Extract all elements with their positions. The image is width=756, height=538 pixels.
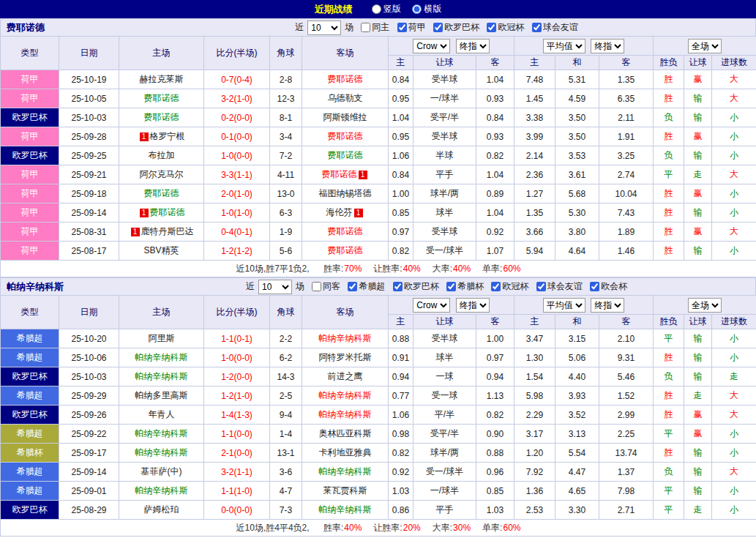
league-filter[interactable]: 欧罗巴杯 xyxy=(393,280,439,293)
away-team-name[interactable]: 帕纳辛纳科斯 xyxy=(319,409,372,419)
away-team-name[interactable]: 福图纳锡塔德 xyxy=(319,188,372,198)
scope-header: 全场 xyxy=(654,296,756,315)
away-team-name[interactable]: 费耶诺德 xyxy=(328,226,363,236)
league-filter[interactable]: 球会友谊 xyxy=(536,280,583,293)
home-team-name[interactable]: 年青人 xyxy=(149,409,175,419)
away-team-name[interactable]: 费耶诺德 xyxy=(328,150,363,160)
avg-away-cell: 5.46 xyxy=(599,367,654,386)
match-count-select[interactable]: 10 xyxy=(258,280,292,294)
home-team-name[interactable]: 帕纳多里高斯 xyxy=(135,390,188,400)
filter-bar: 近 10 场 同客 希腊超 欧罗巴 xyxy=(118,280,755,294)
away-team-name[interactable]: 乌德勒支 xyxy=(328,93,363,103)
odds-away-cell: 1.04 xyxy=(476,203,514,223)
league-filter[interactable]: 同主 xyxy=(361,21,389,34)
away-team-name[interactable]: 帕纳辛纳科斯 xyxy=(319,390,372,400)
league-filter[interactable]: 欧冠杯 xyxy=(491,280,528,293)
home-team-cell: 年青人 xyxy=(119,406,204,425)
average-select[interactable]: 平均值 xyxy=(543,298,585,313)
home-team-name[interactable]: 费耶诺德 xyxy=(144,93,179,103)
league-filter[interactable]: 希腊杯 xyxy=(446,280,484,293)
view-mode-option[interactable]: 横版 xyxy=(412,3,441,15)
view-mode-radio[interactable] xyxy=(412,4,422,14)
bookmaker-select[interactable]: Crow xyxy=(413,298,450,313)
league-filter[interactable]: 欧会杯 xyxy=(590,280,627,293)
bookmaker-metric-select[interactable]: 终指 xyxy=(456,39,490,53)
result-handicap-cell: 输 xyxy=(684,482,712,501)
league-filter-checkbox[interactable] xyxy=(590,282,599,291)
league-filter-checkbox[interactable] xyxy=(433,23,443,32)
home-team-name[interactable]: 阿里斯 xyxy=(149,333,175,343)
home-team-name[interactable]: 帕纳辛纳科斯 xyxy=(135,485,188,496)
away-team-name[interactable]: 帕纳辛纳科斯 xyxy=(319,504,372,515)
average-metric-select[interactable]: 终指 xyxy=(591,39,624,53)
league-filter[interactable]: 同客 xyxy=(312,280,340,293)
away-team-name[interactable]: 奥林匹亚科斯 xyxy=(319,428,372,438)
league-filter-checkbox[interactable] xyxy=(361,23,370,32)
home-team-name[interactable]: 阿尔克马尔 xyxy=(140,169,184,179)
home-team-name[interactable]: SBV精英 xyxy=(143,245,179,255)
league-filter-checkbox[interactable] xyxy=(312,282,321,291)
league-filter[interactable]: 希腊超 xyxy=(348,280,385,293)
away-team-name[interactable]: 费耶诺德 xyxy=(328,74,363,84)
view-mode-radio[interactable] xyxy=(372,4,381,14)
home-team-name[interactable]: 布拉加 xyxy=(149,150,175,160)
league-filter-checkbox[interactable] xyxy=(491,282,501,291)
odds-home-cell: 0.84 xyxy=(389,165,413,184)
summary-stat-value: 20% xyxy=(403,523,421,533)
home-team-name[interactable]: 帕纳辛纳科斯 xyxy=(135,352,188,362)
home-team-cell: 费耶诺德 xyxy=(119,184,204,203)
league-filter-label: 欧冠杯 xyxy=(502,280,528,293)
view-mode-option[interactable]: 竖版 xyxy=(372,3,401,15)
league-filter[interactable]: 欧冠杯 xyxy=(487,21,524,34)
away-team-name[interactable]: 阿斯顿维拉 xyxy=(323,112,367,122)
home-team-cell: 帕纳辛纳科斯 xyxy=(119,367,204,386)
league-filter-checkbox[interactable] xyxy=(348,282,357,291)
home-team-cell: 帕纳多里高斯 xyxy=(119,386,204,406)
away-team-name[interactable]: 卡利地亚雅典 xyxy=(319,447,372,457)
away-team-name[interactable]: 帕纳辛纳科斯 xyxy=(319,333,372,343)
date-cell: 25-09-14 xyxy=(59,203,119,223)
odds-away-cell: 1.03 xyxy=(476,501,514,520)
away-team-name[interactable]: 莱瓦贾科斯 xyxy=(323,485,367,496)
league-filter-checkbox[interactable] xyxy=(397,23,407,32)
bookmaker-select[interactable]: Crow xyxy=(413,39,450,53)
home-team-name[interactable]: 帕纳辛纳科斯 xyxy=(135,371,188,381)
league-filter-checkbox[interactable] xyxy=(446,282,456,291)
average-metric-select[interactable]: 终指 xyxy=(591,298,624,313)
away-team-name[interactable]: 费耶诺德 xyxy=(328,245,363,255)
scope-select[interactable]: 全场 xyxy=(688,39,722,53)
odds-away-cell: 0.94 xyxy=(476,367,514,386)
home-team-name[interactable]: 基菲萨(中) xyxy=(141,466,182,477)
league-filter[interactable]: 欧罗巴杯 xyxy=(433,21,479,34)
away-team-name[interactable]: 阿特罗米托斯 xyxy=(319,352,372,362)
home-team-name[interactable]: 格罗宁根 xyxy=(150,131,185,141)
home-team-name[interactable]: 帕纳辛纳科斯 xyxy=(135,447,188,457)
league-filter-checkbox[interactable] xyxy=(532,23,542,32)
away-team-cell: 费耶诺德 xyxy=(302,146,389,165)
away-team-name[interactable]: 费耶诺德 xyxy=(322,169,357,179)
home-team-name[interactable]: 鹿特丹斯巴达 xyxy=(141,226,194,236)
match-count-select[interactable]: 10 xyxy=(307,20,341,35)
league-filter-checkbox[interactable] xyxy=(536,282,546,291)
away-team-name[interactable]: 海伦芬 xyxy=(326,207,353,217)
home-team-name[interactable]: 赫拉克莱斯 xyxy=(140,74,184,84)
league-filter[interactable]: 荷甲 xyxy=(397,21,426,34)
home-team-name[interactable]: 费耶诺德 xyxy=(144,112,179,122)
result-handicap-cell: 输 xyxy=(684,146,712,165)
result-goals-cell: 大 xyxy=(712,89,756,108)
home-team-name[interactable]: 费耶诺德 xyxy=(144,188,179,198)
home-team-name[interactable]: 帕纳辛纳科斯 xyxy=(135,428,188,438)
scope-select[interactable]: 全场 xyxy=(688,298,722,313)
home-team-name[interactable]: 费耶诺德 xyxy=(150,207,185,217)
away-team-name[interactable]: 帕纳辛纳科斯 xyxy=(319,466,372,477)
average-select[interactable]: 平均值 xyxy=(543,39,585,53)
league-filter-checkbox[interactable] xyxy=(393,282,403,291)
league-filter-checkbox[interactable] xyxy=(487,23,496,32)
home-team-name[interactable]: 萨姆松珀 xyxy=(144,504,179,515)
home-team-cell: 帕纳辛纳科斯 xyxy=(119,482,204,501)
away-team-name[interactable]: 费耶诺德 xyxy=(328,131,363,141)
league-filter-label: 希腊超 xyxy=(359,280,385,293)
bookmaker-metric-select[interactable]: 终指 xyxy=(456,298,490,313)
league-filter[interactable]: 球会友谊 xyxy=(532,21,578,34)
away-team-name[interactable]: 前进之鹰 xyxy=(328,371,363,381)
